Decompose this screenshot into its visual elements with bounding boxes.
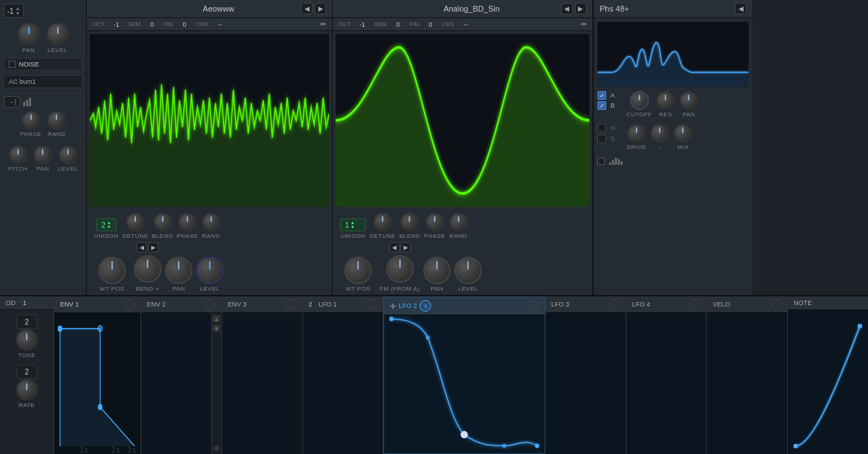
noise-checkbox[interactable] (9, 61, 16, 68)
preset-box[interactable]: AC bum1 (4, 75, 82, 88)
osc1-wtpos-knob[interactable] (98, 257, 126, 284)
osc1-bend-knob[interactable] (134, 255, 161, 283)
bar-icon-checkbox[interactable] (597, 158, 605, 165)
env3-circle[interactable] (286, 299, 297, 309)
osc1-header: Aeowww ◀ ▶ (87, 0, 332, 18)
pan-knob-right[interactable] (679, 91, 698, 110)
level-knob-left[interactable] (46, 22, 69, 46)
osc1-level-knob[interactable] (196, 257, 224, 284)
svg-point-12 (858, 324, 863, 329)
od-header: OD 1 (0, 296, 54, 310)
lfo4-panel: LFO 4 (626, 296, 707, 454)
env2-scroll-up[interactable]: ▲ (213, 315, 220, 322)
lfo1-circle[interactable] (367, 299, 377, 309)
env2-display: ▲ ▼ ⊕ (141, 313, 221, 454)
minus-knob[interactable] (650, 124, 669, 142)
env2-circle[interactable] (205, 299, 216, 309)
env2-zoom-icon[interactable]: ⊕ (213, 444, 219, 452)
left-panel: -1 ▲ ▼ PAN LEVEL (0, 0, 87, 295)
osc2-bend-left-btn[interactable]: ◀ (389, 242, 399, 252)
svg-text:1 s: 1 s (80, 445, 88, 454)
osc1-bend-right-btn[interactable]: ▶ (148, 242, 158, 252)
lfo2-panel: ✛ LFO 2 9 (383, 296, 545, 454)
osc1-edit-icon[interactable]: ✏ (320, 20, 326, 28)
osc2-fm-knob[interactable] (386, 255, 414, 283)
tone-knob[interactable] (16, 329, 38, 351)
env1-panel: ENV 1 1 s 2 s 3 s (54, 296, 141, 454)
res-knob[interactable] (656, 91, 675, 110)
osc1-rand-knob[interactable] (202, 213, 221, 231)
osc2-bend-right-btn[interactable]: ▶ (401, 242, 411, 252)
ab-section: ✓ A ✓ B (597, 91, 615, 115)
osc1-bend-left-btn[interactable]: ◀ (137, 242, 147, 252)
osc2-blend-knob[interactable] (400, 213, 419, 231)
a-checkbox[interactable]: ✓ (597, 91, 606, 100)
lfo1-display (303, 313, 383, 454)
osc2-wtpos-knob[interactable] (344, 257, 372, 284)
rand-knob-left[interactable] (47, 111, 66, 129)
bottom-section: OD 1 2 TONE 2 RATE (0, 295, 868, 454)
s-checkbox[interactable] (597, 134, 606, 143)
pitch-knob[interactable] (9, 145, 27, 164)
osc1-phase-knob[interactable] (178, 213, 197, 231)
velo-circle[interactable] (771, 299, 781, 309)
pan-knob-left[interactable] (17, 22, 41, 46)
osc3-waveform (597, 22, 749, 87)
osc1-next-btn[interactable]: ▶ (315, 3, 326, 14)
svg-point-9 (502, 444, 506, 448)
lfo1-panel: 2 LFO 1 (303, 296, 384, 454)
osc2-next-btn[interactable]: ▶ (575, 3, 587, 14)
pan-knob-left2[interactable] (33, 145, 52, 164)
env2-scroll-down[interactable]: ▼ (213, 325, 220, 332)
osc2-edit-icon[interactable]: ✏ (581, 20, 587, 28)
rate-knob[interactable] (16, 379, 38, 401)
b-checkbox[interactable]: ✓ (597, 101, 606, 110)
lfo3-circle[interactable] (610, 299, 620, 309)
osc1-blend-knob[interactable] (153, 213, 172, 231)
arrow-right-btn[interactable]: →| (4, 96, 20, 108)
svg-point-11 (793, 444, 799, 449)
env3-header: ENV 3 (222, 296, 302, 313)
lfo2-header: ✛ LFO 2 9 (384, 297, 545, 315)
osc2-phase-knob[interactable] (425, 213, 444, 231)
lfo2-circle[interactable] (529, 301, 539, 311)
osc2-pan-knob[interactable] (423, 257, 451, 284)
noise-section[interactable]: NOISE (4, 58, 82, 71)
osc2-detune-knob[interactable] (373, 213, 392, 231)
ns-section: N S (597, 124, 616, 150)
velo-header: VELO (707, 296, 787, 313)
osc2-prev-btn[interactable]: ◀ (561, 3, 573, 14)
osc2-level-knob[interactable] (454, 257, 482, 284)
osc1-prev-btn[interactable]: ◀ (301, 3, 312, 14)
osc1-pan-knob[interactable] (165, 257, 192, 284)
osc3-prev-btn[interactable]: ◀ (735, 3, 746, 14)
osc1-unison-spinner[interactable]: 2 ▲ ▼ (96, 218, 116, 231)
osc1-params: OCT -1 SEM 0 FIN 0 CRS -- ✏ (87, 18, 332, 31)
cutoff-knob[interactable] (630, 91, 649, 110)
note-display (788, 310, 868, 454)
drive-knob[interactable] (627, 124, 646, 142)
osc2-panel: Analog_BD_Sin ◀ ▶ OCT -1 SEM 0 FIN 0 CRS… (333, 0, 593, 295)
note-header: NOTE (788, 296, 868, 310)
osc2-params: OCT -1 SEM 0 FIN 0 CRS -- ✏ (333, 18, 592, 31)
level-knob-left2[interactable] (59, 145, 77, 164)
lfo2-count: 9 (420, 300, 431, 312)
n-checkbox[interactable] (597, 124, 606, 132)
env2-header: ENV 2 (141, 296, 221, 313)
lfo4-circle[interactable] (690, 299, 700, 309)
od-panel: OD 1 2 TONE 2 RATE (0, 296, 54, 454)
lfo2-move-icon[interactable]: ✛ (390, 302, 396, 310)
phase-knob-left[interactable] (22, 111, 41, 129)
svg-point-7 (426, 335, 430, 340)
right-panel: Phs 48+ ◀ (593, 0, 752, 295)
env1-circle[interactable] (124, 299, 135, 309)
osc1-panel: Aeowww ◀ ▶ OCT -1 SEM 0 FIN 0 CRS -- ✏ (87, 0, 333, 295)
lfo4-header: LFO 4 (626, 296, 707, 313)
env3-panel: ENV 3 (222, 296, 303, 454)
osc2-unison-spinner[interactable]: 1 ▲ ▼ (340, 218, 366, 231)
osc1-detune-knob[interactable] (126, 213, 145, 231)
octave-spinner[interactable]: -1 ▲ ▼ (4, 4, 24, 18)
mix-knob[interactable] (673, 124, 692, 142)
osc2-rand-knob[interactable] (449, 213, 468, 231)
osc2-header: Analog_BD_Sin ◀ ▶ (333, 0, 592, 18)
